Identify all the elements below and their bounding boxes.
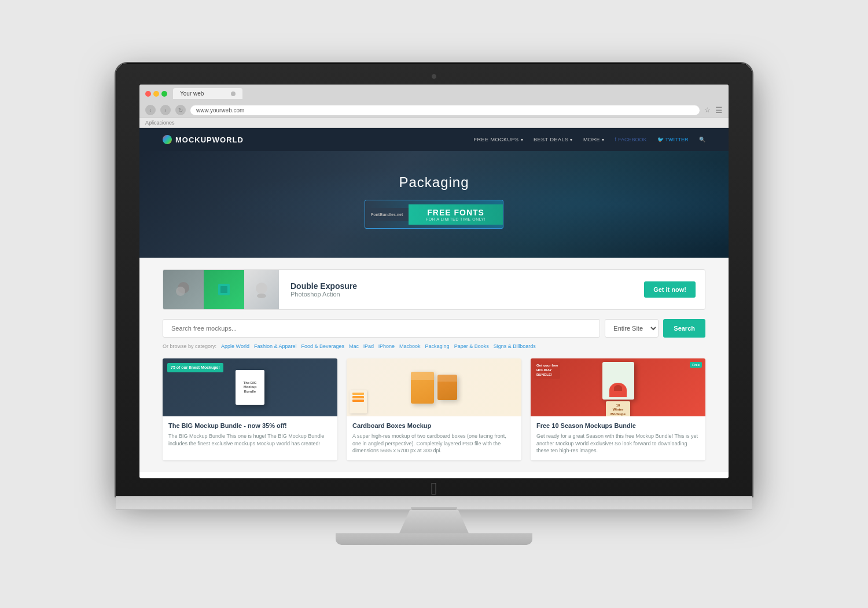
ad-subtitle: Photoshop Action <box>290 291 632 298</box>
nav-best-deals-label: BEST DEALS <box>534 137 568 142</box>
card-cardboard-title: Cardboard Boxes Mockup <box>352 422 516 429</box>
logo-icon <box>163 135 172 144</box>
cards-grid: 75 of our finest Mockups! The BIGMockupB… <box>163 358 705 460</box>
card-season[interactable]: Get your freeHOLIDAYBUNDLE! Free <box>531 358 705 460</box>
search-row: Entire Site Search <box>163 319 705 338</box>
card-bundle-image: 75 of our finest Mockups! The BIGMockupB… <box>163 358 337 416</box>
search-button[interactable]: Search <box>663 319 705 338</box>
card-cardboard-text: A super high-res mockup of two cardboard… <box>352 433 516 455</box>
imac-display: Your web ‹ › ↻ www.yourweb.com ☆ ☰ Aplic… <box>116 63 752 545</box>
url-input[interactable]: www.yourweb.com <box>190 105 700 115</box>
hero-section: Packaging FontBundles.net FREE FONTS FOR… <box>139 151 729 258</box>
free-badge: Free <box>690 362 702 368</box>
bookmarks-label: Aplicaciones <box>145 120 175 126</box>
tab-close-btn[interactable] <box>231 91 236 96</box>
ad-text: Double Exposure Photoshop Action <box>279 281 644 298</box>
site-logo[interactable]: MOCKUPWORLD <box>163 135 244 144</box>
card-bundle[interactable]: 75 of our finest Mockups! The BIGMockupB… <box>163 358 337 460</box>
category-packaging[interactable]: Packaging <box>425 343 450 349</box>
nav-search[interactable]: 🔍 <box>699 137 706 142</box>
card-season-title: Free 10 Season Mockups Bundle <box>536 422 700 429</box>
forward-button[interactable]: › <box>160 105 171 115</box>
card-bundle-bg: 75 of our finest Mockups! The BIGMockupB… <box>163 358 337 416</box>
maximize-dot[interactable] <box>161 91 167 97</box>
tab-title: Your web <box>180 90 204 97</box>
imac-screen-shell: Your web ‹ › ↻ www.yourweb.com ☆ ☰ Aplic… <box>116 63 752 496</box>
category-iphone[interactable]: iPhone <box>378 343 395 349</box>
card-cardboard-image <box>347 358 521 416</box>
hero-banner[interactable]: FontBundles.net FREE FONTS FOR A LIMITED… <box>365 200 503 229</box>
ad-image-2 <box>204 269 244 310</box>
bookmarks-bar: Aplicaciones <box>139 118 729 127</box>
search-scope-select[interactable]: Entire Site <box>605 319 659 338</box>
category-paper[interactable]: Paper & Books <box>454 343 489 349</box>
search-icon: 🔍 <box>699 137 706 142</box>
site-header: MOCKUPWORLD FREE MOCKUPS ▾ BEST DEALS ▾ … <box>139 128 729 151</box>
imac-screen: Your web ‹ › ↻ www.yourweb.com ☆ ☰ Aplic… <box>139 85 729 478</box>
banner-logo-text: FontBundles.net <box>371 213 403 217</box>
chevron-down-icon: ▾ <box>570 137 573 142</box>
nav-twitter[interactable]: 🐦 TWITTER <box>657 137 689 142</box>
nav-best-deals[interactable]: BEST DEALS ▾ <box>534 137 573 142</box>
back-button[interactable]: ‹ <box>145 105 156 115</box>
apple-logo:  <box>116 479 752 499</box>
category-signs[interactable]: Signs & Billboards <box>494 343 536 349</box>
card-bundle-body: The BIG Mockup Bundle - now 35% off! The… <box>163 416 337 453</box>
category-ipad[interactable]: iPad <box>363 343 374 349</box>
category-mac[interactable]: Mac <box>349 343 359 349</box>
webcam-dot <box>432 74 436 79</box>
site-nav: FREE MOCKUPS ▾ BEST DEALS ▾ MORE ▾ f <box>474 137 705 142</box>
window-controls <box>145 91 167 97</box>
main-content: Double Exposure Photoshop Action Get it … <box>139 258 729 472</box>
nav-facebook[interactable]: f FACEBOOK <box>615 137 646 142</box>
menu-icon[interactable]: ☰ <box>715 105 723 115</box>
imac-stand-neck <box>399 510 469 533</box>
category-apple-world[interactable]: Apple World <box>221 343 249 349</box>
svg-rect-3 <box>220 286 227 293</box>
search-input[interactable] <box>163 319 600 338</box>
category-prefix-label: Or browse by category: <box>163 343 216 349</box>
browser-chrome: Your web ‹ › ↻ www.yourweb.com ☆ ☰ Aplic… <box>139 85 729 128</box>
nav-facebook-label: FACEBOOK <box>618 137 647 142</box>
close-dot[interactable] <box>145 91 151 97</box>
browser-tab[interactable]: Your web <box>173 88 242 99</box>
bundle-badge: 75 of our finest Mockups! <box>167 363 223 372</box>
card-season-body: Free 10 Season Mockups Bundle Get ready … <box>531 416 705 460</box>
twitter-icon: 🐦 <box>657 137 664 142</box>
nav-free-mockups[interactable]: FREE MOCKUPS ▾ <box>474 137 524 142</box>
browser-titlebar: Your web <box>139 85 729 102</box>
card-season-image: Get your freeHOLIDAYBUNDLE! Free <box>531 358 705 416</box>
category-macbook[interactable]: Macbook <box>399 343 421 349</box>
svg-point-1 <box>176 287 185 296</box>
banner-subtext: FOR A LIMITED TIME ONLY! <box>426 217 486 221</box>
hero-title: Packaging <box>151 174 717 191</box>
banner-cta: FREE FONTS FOR A LIMITED TIME ONLY! <box>409 204 503 225</box>
chevron-down-icon: ▾ <box>602 137 605 142</box>
card-cardboard-body: Cardboard Boxes Mockup A super high-res … <box>347 416 521 460</box>
svg-point-4 <box>256 283 267 294</box>
imac-chin:  <box>116 496 752 510</box>
banner-logo: FontBundles.net <box>365 208 409 221</box>
imac-stand-base <box>336 533 532 545</box>
bookmark-icon[interactable]: ☆ <box>704 106 711 114</box>
category-food[interactable]: Food & Beverages <box>301 343 344 349</box>
card-bundle-title: The BIG Mockup Bundle - now 35% off! <box>168 422 332 429</box>
nav-more[interactable]: MORE ▾ <box>583 137 605 142</box>
address-bar-row: ‹ › ↻ www.yourweb.com ☆ ☰ <box>139 102 729 118</box>
website-content: MOCKUPWORLD FREE MOCKUPS ▾ BEST DEALS ▾ … <box>139 128 729 478</box>
chevron-down-icon: ▾ <box>521 137 524 142</box>
logo-text: MOCKUPWORLD <box>175 135 244 144</box>
refresh-button[interactable]: ↻ <box>175 105 186 115</box>
ad-image-3 <box>244 269 279 310</box>
card-cardboard-bg <box>347 358 521 416</box>
svg-point-5 <box>257 294 266 298</box>
category-fashion[interactable]: Fashion & Apparel <box>254 343 297 349</box>
ad-banner: Double Exposure Photoshop Action Get it … <box>163 269 705 310</box>
bundle-box: The BIGMockupBundle <box>236 370 264 405</box>
card-cardboard[interactable]: Cardboard Boxes Mockup A super high-res … <box>347 358 521 460</box>
card-season-text: Get ready for a great Season with this f… <box>536 433 700 455</box>
ad-cta-button[interactable]: Get it now! <box>644 281 696 298</box>
banner-headline: FREE FONTS <box>427 208 484 217</box>
minimize-dot[interactable] <box>153 91 159 97</box>
ad-images <box>163 269 279 310</box>
